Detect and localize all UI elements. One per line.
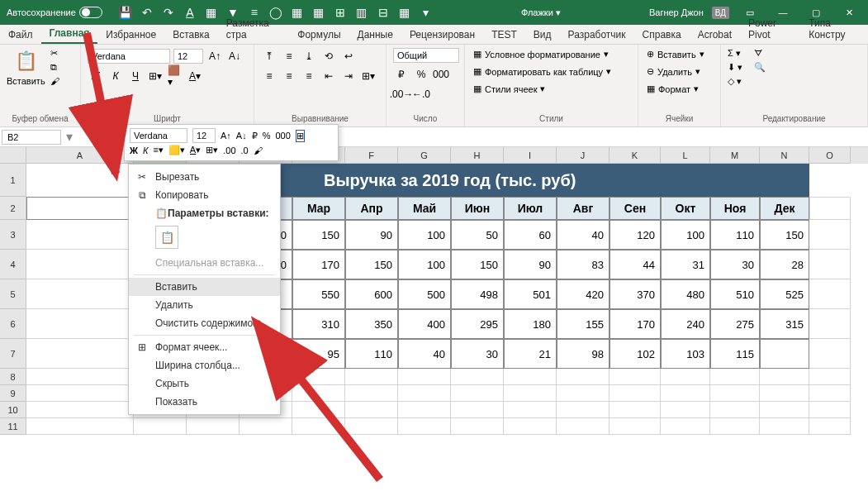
- cell[interactable]: [710, 385, 760, 402]
- cell[interactable]: [292, 418, 345, 435]
- ribbon-tab-рецензирован[interactable]: Рецензирован: [401, 26, 483, 44]
- cell[interactable]: 115: [710, 339, 760, 369]
- cell[interactable]: [609, 385, 661, 402]
- cell[interactable]: 102: [609, 339, 661, 369]
- align-middle-icon[interactable]: ≡: [281, 48, 297, 64]
- cell[interactable]: [187, 418, 240, 435]
- cell[interactable]: [710, 369, 760, 385]
- mini-dec2-icon[interactable]: .0: [241, 145, 249, 155]
- ribbon-tab-файл[interactable]: Файл: [0, 26, 41, 44]
- cell[interactable]: [809, 339, 851, 369]
- cell[interactable]: [345, 418, 398, 435]
- cell[interactable]: Май: [398, 197, 451, 220]
- sort-filter-icon[interactable]: ᗊ: [754, 48, 766, 59]
- cell[interactable]: [809, 402, 851, 418]
- font-color-icon[interactable]: A: [183, 6, 197, 19]
- percent-icon[interactable]: %: [413, 66, 429, 83]
- cm-column-width[interactable]: Ширина столбца...: [129, 356, 280, 374]
- cell[interactable]: [398, 385, 451, 402]
- ribbon-tab-главная[interactable]: Главная: [41, 24, 98, 44]
- autosave-toggle[interactable]: Автосохранение: [7, 7, 102, 18]
- cell[interactable]: [345, 385, 398, 402]
- cell[interactable]: 310: [292, 309, 345, 339]
- cell[interactable]: [26, 164, 134, 197]
- cell[interactable]: [292, 402, 345, 418]
- cell[interactable]: Авг: [557, 197, 609, 220]
- mini-comma-icon[interactable]: 000: [275, 131, 290, 141]
- row-header[interactable]: 1: [0, 164, 26, 197]
- ribbon-tab-разработчик[interactable]: Разработчик: [560, 26, 634, 44]
- autosum-icon[interactable]: Σ ▾: [728, 48, 742, 59]
- cell[interactable]: Июн: [451, 197, 504, 220]
- mini-dec-icon[interactable]: .00: [223, 145, 235, 155]
- row-header[interactable]: 6: [0, 309, 26, 339]
- row-header[interactable]: 11: [0, 418, 26, 435]
- cell[interactable]: 275: [710, 309, 760, 339]
- cell[interactable]: [710, 418, 760, 435]
- cell[interactable]: [451, 402, 504, 418]
- insert-cells-button[interactable]: ⊕ Вставить▾: [645, 48, 706, 60]
- undo-icon[interactable]: ↶: [140, 6, 154, 19]
- cell[interactable]: 155: [557, 309, 609, 339]
- cell[interactable]: [760, 402, 809, 418]
- cell[interactable]: 100: [398, 250, 451, 279]
- cell[interactable]: [292, 385, 345, 402]
- cell[interactable]: 30: [710, 250, 760, 279]
- align-center-icon[interactable]: ≡: [281, 68, 297, 84]
- increase-indent-icon[interactable]: ⇥: [340, 68, 357, 84]
- font-name-select[interactable]: [88, 49, 170, 64]
- cell[interactable]: [809, 220, 851, 250]
- cell[interactable]: 400: [398, 309, 451, 339]
- qat-icon[interactable]: ▦: [398, 6, 411, 19]
- delete-cells-button[interactable]: ⊖ Удалить▾: [645, 65, 706, 78]
- mini-percent-icon[interactable]: %: [263, 131, 271, 141]
- cell[interactable]: Мар: [292, 197, 345, 220]
- increase-font-icon[interactable]: A↑: [206, 48, 223, 64]
- cm-cut[interactable]: ✂Вырезать: [129, 168, 280, 186]
- mini-align-icon[interactable]: ≡▾: [153, 145, 163, 155]
- mini-decrease-font-icon[interactable]: A↓: [236, 131, 247, 141]
- increase-decimal-icon[interactable]: .00→: [393, 86, 410, 103]
- cell[interactable]: 30: [451, 339, 504, 369]
- cell[interactable]: 500: [398, 279, 451, 309]
- cell[interactable]: 90: [345, 220, 398, 250]
- comma-icon[interactable]: 000: [433, 66, 449, 83]
- ribbon-tab-типа констру[interactable]: Типа Констру: [800, 14, 868, 44]
- cell[interactable]: [504, 369, 557, 385]
- cell[interactable]: [504, 418, 557, 435]
- font-color-icon[interactable]: A▾: [187, 68, 203, 84]
- decrease-indent-icon[interactable]: ⇤: [320, 68, 337, 84]
- cell[interactable]: [557, 418, 609, 435]
- cell[interactable]: Ноя: [710, 197, 760, 220]
- fill-icon[interactable]: ⬇ ▾: [728, 62, 742, 73]
- orientation-icon[interactable]: ⟲: [320, 48, 337, 64]
- cell[interactable]: 510: [710, 279, 760, 309]
- cell[interactable]: [809, 279, 851, 309]
- cell[interactable]: [26, 385, 134, 402]
- user-initials[interactable]: ВД: [712, 7, 729, 19]
- cell[interactable]: [26, 197, 134, 220]
- mini-increase-font-icon[interactable]: A↑: [221, 131, 231, 141]
- mini-font-color-icon[interactable]: A▾: [190, 145, 201, 155]
- cell[interactable]: [398, 418, 451, 435]
- copy-icon[interactable]: ⧉: [50, 62, 59, 73]
- align-top-icon[interactable]: ⤒: [261, 48, 277, 64]
- cell[interactable]: 40: [557, 220, 609, 250]
- number-format-select[interactable]: [393, 48, 459, 63]
- cell[interactable]: 150: [760, 220, 809, 250]
- select-all-corner[interactable]: [0, 147, 26, 164]
- row-header[interactable]: 10: [0, 402, 26, 418]
- decrease-decimal-icon[interactable]: ←.0: [413, 86, 429, 103]
- cell[interactable]: 40: [398, 339, 451, 369]
- cell[interactable]: Июл: [504, 197, 557, 220]
- cell[interactable]: [345, 402, 398, 418]
- cell[interactable]: [557, 385, 609, 402]
- column-header-M[interactable]: M: [710, 147, 760, 164]
- ribbon-tab-разметка стра[interactable]: Разметка стра: [218, 14, 290, 44]
- cell[interactable]: 60: [504, 220, 557, 250]
- row-header[interactable]: 7: [0, 339, 26, 369]
- cell[interactable]: 525: [760, 279, 809, 309]
- format-cells-button[interactable]: ▦ Формат▾: [645, 83, 706, 95]
- cell[interactable]: Дек: [760, 197, 809, 220]
- cell[interactable]: 110: [345, 339, 398, 369]
